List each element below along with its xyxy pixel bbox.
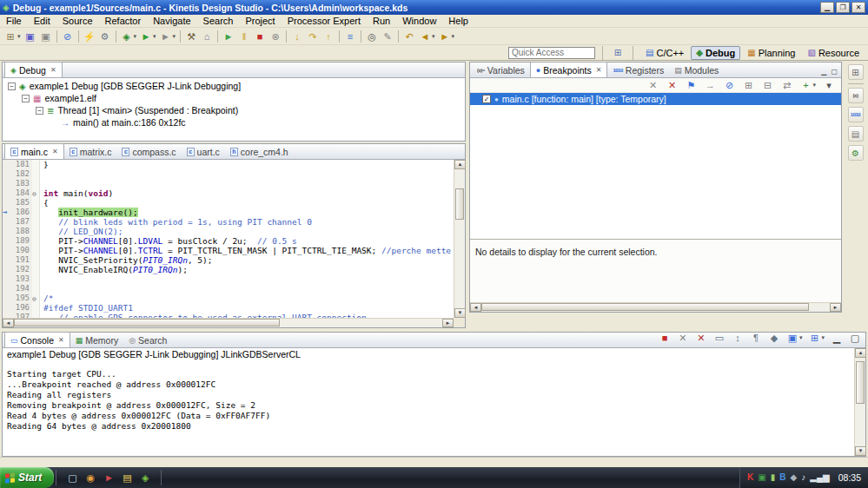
external-tools-dropdown[interactable]: ▾: [173, 33, 176, 40]
show-desktop-icon[interactable]: ▢: [65, 471, 79, 485]
add-breakpoint-button[interactable]: +▾: [798, 77, 818, 93]
breakpoint-margin[interactable]: [3, 246, 11, 255]
console-vscroll-track[interactable]: [855, 358, 865, 446]
fast-view-restore-button[interactable]: ⊞: [848, 64, 864, 80]
go-to-file-for-breakpoint-button[interactable]: →: [702, 77, 718, 93]
minimize-view-button[interactable]: ▁: [820, 68, 827, 76]
code-line-193[interactable]: 193: [3, 274, 454, 284]
breakpoint-row[interactable]: ✓ ● main.c [function: main] [type: Tempo…: [470, 93, 841, 105]
terminate-button[interactable]: ■: [657, 330, 673, 346]
start-button[interactable]: Start: [0, 467, 54, 488]
fold-margin[interactable]: ⊖: [32, 293, 40, 303]
code-line-183[interactable]: 183: [3, 179, 454, 188]
menu-item-processor-expert[interactable]: Processor Expert: [282, 15, 367, 28]
save-all-button[interactable]: ▣: [38, 29, 54, 44]
battery-tray-icon[interactable]: ▮: [771, 471, 776, 485]
editor-tab-core-cm4-h[interactable]: hcore_cm4.h: [225, 144, 294, 159]
breakpoint-margin[interactable]: [3, 284, 11, 293]
breakpoint-margin[interactable]: [3, 160, 11, 169]
media-player-icon[interactable]: ►: [102, 471, 116, 485]
scroll-down-icon[interactable]: ▼: [454, 308, 466, 318]
editor-tab-compass-c[interactable]: ccompass.c: [116, 144, 181, 159]
code-line-182[interactable]: 182: [3, 169, 454, 179]
tree-row-debug-launch[interactable]: −◈example1 Debug [GDB SEGGER J-Link Debu…: [3, 80, 465, 92]
breakpoint-margin[interactable]: [3, 217, 11, 227]
fold-margin[interactable]: [32, 265, 40, 274]
add-breakpoint-dropdown[interactable]: ▾: [812, 82, 816, 89]
title-bar[interactable]: ◈ Debug - example1/Sources/main.c - Kine…: [0, 0, 868, 15]
display-selected-console-dropdown[interactable]: ▾: [799, 334, 803, 341]
breakpoint-margin[interactable]: [3, 227, 11, 236]
breakpoint-margin[interactable]: [3, 179, 11, 188]
console-tab-console-close-icon[interactable]: ✕: [58, 336, 64, 344]
debug-dropdown[interactable]: ▾: [134, 33, 137, 40]
view-menu-button[interactable]: ▾: [821, 77, 837, 93]
tree-row-elf-binary[interactable]: −▦example1.elf: [3, 92, 465, 104]
registers-view-button[interactable]: 1010: [848, 107, 864, 122]
menu-item-refactor[interactable]: Refactor: [99, 15, 148, 28]
expressions-view-button[interactable]: ⚙: [848, 145, 864, 161]
remove-launch-button[interactable]: ✕: [675, 330, 691, 346]
fold-margin[interactable]: [32, 160, 40, 169]
right-panel-tab-breakpoints[interactable]: ●Breakpoints✕: [530, 62, 608, 77]
right-panel-tab-registers[interactable]: 1010Registers: [607, 63, 669, 77]
fold-margin[interactable]: [32, 274, 40, 284]
breakpoint-margin[interactable]: [3, 188, 11, 198]
menu-item-search[interactable]: Search: [197, 15, 240, 28]
mark-occurrences-button[interactable]: ✎: [380, 29, 395, 44]
clear-console-button[interactable]: ▭: [712, 330, 727, 346]
expand-all-button[interactable]: ⊞: [740, 77, 756, 93]
fold-margin[interactable]: [32, 246, 40, 255]
perspective-cpp-button[interactable]: ▤C/C++: [640, 46, 689, 60]
remove-all-breakpoints-button[interactable]: ✕: [664, 77, 679, 93]
external-tools-button[interactable]: ►▾: [158, 29, 178, 44]
new-project-button[interactable]: ⌂: [199, 29, 215, 44]
console-vscroll-thumb[interactable]: [856, 361, 865, 404]
console-vscrollbar[interactable]: ▲ ▼: [854, 348, 865, 456]
tree-row-stack-frame[interactable]: →main() at main.c:186 0x12fc: [3, 116, 465, 129]
breakpoint-margin[interactable]: [3, 198, 11, 208]
console-output[interactable]: Starting target CPU......Breakpoint reac…: [3, 360, 854, 456]
save-button[interactable]: ▣: [23, 29, 38, 44]
tree-row-thread[interactable]: −≣Thread [1] <main> (Suspended : Breakpo…: [3, 104, 465, 116]
processor-expert-button[interactable]: ⚡: [82, 29, 97, 44]
skip-all-breakpoints-button[interactable]: ⊘: [60, 29, 76, 44]
fold-margin[interactable]: [32, 169, 40, 179]
browser-icon[interactable]: ◉: [83, 471, 97, 485]
fold-margin[interactable]: [32, 255, 40, 265]
network-tray-icon[interactable]: ▂▄▆: [810, 471, 829, 485]
editor-hscrollbar[interactable]: ◄ ►: [3, 318, 454, 327]
last-edit-location-button[interactable]: ↶: [401, 29, 417, 44]
minimize-view-button[interactable]: ▁: [829, 330, 845, 346]
step-into-button[interactable]: ↓: [289, 29, 305, 44]
fold-margin[interactable]: [32, 236, 40, 246]
usb-tray-icon[interactable]: ◆: [791, 471, 798, 485]
tree-expander-icon[interactable]: −: [22, 95, 30, 102]
variables-view-button[interactable]: (x): [848, 88, 864, 103]
fold-margin[interactable]: [32, 198, 40, 208]
run-button[interactable]: ►▾: [138, 29, 158, 44]
code-line-188[interactable]: 188 // LED_ON(2);: [3, 227, 454, 236]
forward-button[interactable]: ►▾: [437, 29, 457, 44]
breakpoint-checkbox[interactable]: ✓: [482, 95, 491, 103]
editor-tab-matrix-c[interactable]: cmatrix.c: [64, 144, 117, 159]
menu-item-navigate[interactable]: Navigate: [147, 15, 196, 28]
console-tab-memory[interactable]: ▦Memory: [70, 333, 123, 347]
scroll-right-icon[interactable]: ►: [442, 319, 454, 327]
breakpoint-margin[interactable]: [3, 274, 11, 284]
scroll-up-icon[interactable]: ▲: [855, 348, 866, 358]
display-selected-console-button[interactable]: ▣▾: [785, 330, 805, 346]
scroll-down-icon[interactable]: ▼: [855, 446, 866, 456]
fold-margin[interactable]: [32, 208, 40, 217]
perspective-resource-button[interactable]: ▧Resource: [802, 46, 865, 60]
scroll-left-icon[interactable]: ◄: [470, 303, 481, 312]
breakpoints-list[interactable]: ✓ ● main.c [function: main] [type: Tempo…: [470, 93, 841, 239]
fold-margin[interactable]: [32, 227, 40, 236]
antivirus-tray-icon[interactable]: K: [747, 471, 753, 485]
tree-expander-icon[interactable]: −: [8, 82, 16, 90]
editor-vscroll-thumb[interactable]: [455, 188, 464, 219]
editor-vscrollbar[interactable]: ▲ ▼: [454, 160, 465, 318]
terminate-button[interactable]: ■: [252, 29, 268, 44]
pin-console-button[interactable]: ◆: [766, 330, 782, 346]
modules-view-button[interactable]: ▤: [848, 126, 864, 142]
